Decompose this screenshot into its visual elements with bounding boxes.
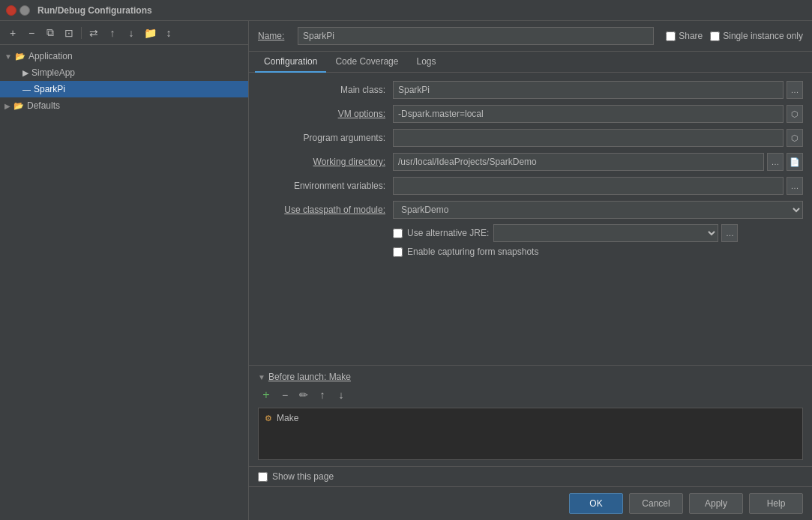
tree-group-application[interactable]: ▼ 📂 Application — [0, 48, 248, 64]
window-title: Run/Debug Configurations — [37, 5, 152, 16]
before-launch-item-label: Make — [277, 413, 298, 423]
program-args-expand-button[interactable]: ⬡ — [787, 129, 803, 147]
before-launch-section: ▼ Before launch: Make + − ✏ ↑ ↓ ⚙ Make — [249, 365, 812, 466]
main-class-browse-button[interactable]: … — [787, 81, 803, 99]
capture-snapshots-checkbox[interactable] — [393, 247, 403, 257]
show-page-row: Show this page — [249, 466, 812, 486]
config-content: Main class: … VM options: ⬡ Program argu… — [249, 73, 812, 365]
working-dir-label: Working directory: — [258, 157, 393, 167]
ok-button[interactable]: OK — [569, 493, 623, 514]
main-class-row: Main class: … — [258, 80, 803, 100]
alt-jre-select[interactable] — [493, 224, 718, 242]
title-bar: Run/Debug Configurations — [0, 0, 812, 21]
env-vars-input-wrap: … — [393, 177, 803, 195]
folder-button[interactable]: 📁 — [142, 25, 158, 41]
working-dir-file-button[interactable]: 📄 — [787, 153, 803, 171]
program-args-input[interactable] — [393, 129, 784, 147]
main-class-input[interactable] — [393, 81, 784, 99]
alt-jre-row: Use alternative JRE: … — [258, 224, 803, 242]
before-launch-down-button[interactable]: ↓ — [333, 387, 349, 403]
classpath-select-wrap: SparkDemo — [393, 201, 803, 219]
tree-item-simpleapp[interactable]: ▶ SimpleApp — [0, 64, 248, 81]
env-vars-input[interactable] — [393, 177, 784, 195]
sparkpi-label: SparkPi — [34, 84, 65, 94]
vm-options-label: VM options: — [258, 109, 393, 119]
main-class-label: Main class: — [258, 85, 393, 95]
program-args-input-wrap: ⬡ — [393, 129, 803, 147]
main-class-input-wrap: … — [393, 81, 803, 99]
before-launch-up-button[interactable]: ↑ — [314, 387, 331, 403]
bottom-bar: OK Cancel Apply Help — [249, 486, 812, 520]
alt-jre-checkbox-label[interactable]: Use alternative JRE: — [393, 228, 489, 238]
config-tree: ▼ 📂 Application ▶ SimpleApp — SparkPi ▶ … — [0, 45, 248, 520]
application-group-label: Application — [28, 51, 73, 61]
sort-button[interactable]: ⇄ — [85, 25, 102, 41]
move-up-button[interactable]: ↑ — [104, 25, 121, 41]
before-launch-list: ⚙ Make — [258, 408, 803, 460]
alt-jre-checkbox[interactable] — [393, 229, 403, 238]
classpath-label: Use classpath of module: — [258, 205, 393, 215]
share-area: Share Single instance only — [666, 31, 803, 41]
before-launch-toolbar: + − ✏ ↑ ↓ — [258, 387, 803, 403]
before-launch-header: ▼ Before launch: Make — [258, 372, 803, 382]
left-panel: + − ⧉ ⊡ ⇄ ↑ ↓ 📁 ↕ ▼ 📂 Application ▶ Simp… — [0, 21, 249, 520]
left-toolbar: + − ⧉ ⊡ ⇄ ↑ ↓ 📁 ↕ — [0, 21, 248, 45]
env-vars-row: Environment variables: … — [258, 176, 803, 196]
window-controls[interactable] — [6, 5, 30, 16]
vm-options-input[interactable] — [393, 105, 784, 123]
separator-1 — [81, 27, 82, 39]
expand-button[interactable]: ↕ — [160, 25, 177, 41]
tab-codecoverage[interactable]: Code Coverage — [326, 52, 407, 73]
env-vars-browse-button[interactable]: … — [787, 177, 803, 195]
share-checkbox-label[interactable]: Share — [666, 31, 703, 41]
right-panel: Name: Share Single instance only Configu… — [249, 21, 812, 520]
apply-button[interactable]: Apply — [689, 493, 743, 514]
single-instance-checkbox[interactable] — [710, 31, 720, 41]
env-vars-label: Environment variables: — [258, 181, 393, 191]
show-page-checkbox[interactable] — [258, 472, 268, 482]
vm-options-expand-button[interactable]: ⬡ — [787, 105, 803, 123]
single-instance-text: Single instance only — [723, 31, 803, 41]
before-launch-arrow: ▼ — [258, 373, 265, 381]
show-page-label: Show this page — [272, 471, 334, 482]
vm-options-input-wrap: ⬡ — [393, 105, 803, 123]
classpath-select[interactable]: SparkDemo — [393, 201, 803, 219]
tree-group-defaults[interactable]: ▶ 📂 Defaults — [0, 97, 248, 114]
tabs-bar: Configuration Code Coverage Logs — [249, 52, 812, 73]
add-config-button[interactable]: + — [4, 25, 21, 41]
minimize-button[interactable] — [19, 5, 30, 16]
alt-jre-browse-button[interactable]: … — [721, 224, 738, 242]
program-args-label: Program arguments: — [258, 133, 393, 143]
main-container: + − ⧉ ⊡ ⇄ ↑ ↓ 📁 ↕ ▼ 📂 Application ▶ Simp… — [0, 21, 812, 520]
capture-snapshots-row: Enable capturing form snapshots — [258, 247, 803, 257]
capture-snapshots-text: Enable capturing form snapshots — [407, 247, 538, 257]
alt-jre-label-text: Use alternative JRE: — [407, 228, 489, 238]
tab-logs[interactable]: Logs — [407, 52, 445, 73]
single-instance-label[interactable]: Single instance only — [710, 31, 803, 41]
remove-config-button[interactable]: − — [23, 25, 40, 41]
name-input[interactable] — [298, 27, 654, 45]
tab-configuration[interactable]: Configuration — [255, 52, 326, 73]
working-dir-row: Working directory: … 📄 — [258, 152, 803, 172]
working-dir-input[interactable] — [393, 153, 764, 171]
cancel-button[interactable]: Cancel — [629, 493, 683, 514]
before-launch-remove-button[interactable]: − — [277, 387, 293, 403]
save-config-button[interactable]: ⊡ — [61, 25, 77, 41]
program-args-row: Program arguments: ⬡ — [258, 128, 803, 148]
before-launch-item-make: ⚙ Make — [262, 411, 799, 425]
before-launch-title: Before launch: Make — [268, 372, 351, 382]
make-icon: ⚙ — [265, 414, 272, 423]
tree-item-sparkpi[interactable]: — SparkPi — [0, 81, 248, 97]
defaults-group-label: Defaults — [27, 100, 60, 111]
help-button[interactable]: Help — [749, 493, 803, 514]
close-button[interactable] — [6, 5, 16, 16]
move-down-button[interactable]: ↓ — [123, 25, 139, 41]
name-row: Name: Share Single instance only — [249, 21, 812, 52]
copy-config-button[interactable]: ⧉ — [42, 25, 58, 41]
share-checkbox[interactable] — [666, 31, 676, 41]
capture-snapshots-label[interactable]: Enable capturing form snapshots — [393, 247, 538, 257]
simpleapp-icon: ▶ — [22, 68, 28, 78]
before-launch-edit-button[interactable]: ✏ — [295, 387, 312, 403]
working-dir-browse-button[interactable]: … — [767, 153, 784, 171]
before-launch-add-button[interactable]: + — [258, 387, 274, 403]
